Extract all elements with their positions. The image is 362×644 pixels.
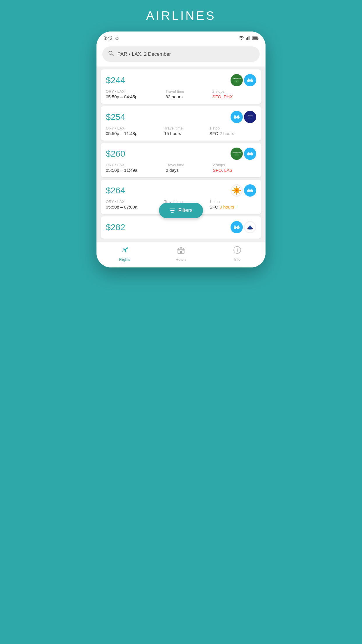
svg-rect-2	[248, 36, 249, 40]
price-1: $244	[106, 75, 125, 85]
travel-value-2: 15 hours	[164, 131, 205, 136]
indigo-logo-5	[231, 221, 243, 233]
wifi-icon	[239, 36, 244, 41]
flights-list: $244 FRONTIER ✈	[96, 66, 266, 242]
svg-rect-0	[246, 38, 247, 40]
route-label-4: ORY • LAX	[106, 200, 159, 204]
route-info-1: ORY • LAX 05:50p – 04:45p	[106, 89, 161, 99]
alaska-logo: Alaska airlines	[244, 111, 256, 123]
time-display: 8:42	[103, 36, 113, 41]
search-icon	[108, 50, 114, 58]
route-time-2: 05:50p – 11:48p	[106, 131, 159, 136]
stops-detail-2: SFO 2 hours	[209, 131, 256, 136]
battery-icon	[252, 36, 259, 41]
svg-rect-39	[180, 249, 182, 249]
nav-info[interactable]: i Info	[226, 246, 249, 262]
stops-label-1: 2 stops	[212, 89, 256, 94]
info-nav-label: Info	[234, 257, 240, 262]
phone-frame: 8:42 ⚙	[96, 32, 266, 267]
flight-card-1[interactable]: $244 FRONTIER ✈	[101, 69, 261, 104]
svg-text:i: i	[237, 248, 238, 253]
route-label-1: ORY • LAX	[106, 89, 161, 94]
travel-value-3: 2 days	[166, 168, 208, 173]
gear-icon: ⚙	[115, 36, 119, 41]
flights-nav-label: Flights	[119, 257, 130, 262]
svg-rect-5	[258, 37, 259, 39]
price-3: $260	[106, 149, 125, 159]
svg-rect-37	[178, 250, 180, 251]
svg-text:FRONTIER: FRONTIER	[233, 151, 241, 153]
indigo-logo-3	[244, 148, 256, 160]
svg-line-8	[112, 54, 114, 56]
info-icon: i	[233, 246, 241, 256]
route-time-3: 05:50p – 11:49a	[106, 168, 161, 173]
svg-text:FRONTIER: FRONTIER	[233, 78, 241, 80]
airline-logos-3: FRONTIER ✈	[231, 148, 256, 160]
travel-label-3: Travel time	[166, 163, 208, 167]
svg-rect-36	[180, 251, 182, 253]
route-label-2: ORY • LAX	[106, 126, 159, 130]
status-left: 8:42 ⚙	[103, 36, 119, 41]
stops-detail-1: SFO, PHX	[212, 94, 256, 99]
hotels-nav-label: Hotels	[176, 257, 187, 262]
travel-info-2: Travel time 15 hours	[159, 126, 205, 136]
route-info-4: ORY • LAX 05:50p – 07:00a	[106, 200, 159, 209]
route-info-2: ORY • LAX 05:50p – 11:48p	[106, 126, 159, 136]
card-top-2: $254 Alaska airlines	[106, 111, 256, 123]
airline-logos-1: FRONTIER ✈	[231, 74, 256, 86]
stops-label-4: 1 stop	[209, 200, 256, 204]
filters-label: Filters	[178, 207, 193, 214]
price-4: $264	[106, 186, 125, 195]
stops-info-4: 1 stop SFO 9 hours	[205, 200, 256, 209]
stops-info-2: 1 stop SFO 2 hours	[205, 126, 256, 136]
price-2: $254	[106, 112, 125, 122]
flights-icon	[121, 246, 129, 256]
status-icons	[239, 36, 259, 41]
indigo-logo-4	[244, 184, 256, 197]
card-top-1: $244 FRONTIER ✈	[106, 74, 256, 86]
svg-rect-3	[249, 36, 250, 40]
card-bottom-1: ORY • LAX 05:50p – 04:45p Travel time 32…	[106, 89, 256, 99]
indigo-logo-2	[231, 111, 243, 123]
travel-label-2: Travel time	[164, 126, 205, 130]
airline-logos-2: Alaska airlines	[231, 111, 256, 123]
status-bar: 8:42 ⚙	[96, 32, 266, 43]
signal-icon	[246, 36, 250, 41]
flight-card-5[interactable]: $282	[101, 216, 261, 239]
stops-detail-4: SFO 9 hours	[209, 204, 256, 209]
card-bottom-3: ORY • LAX 05:50p – 11:49a Travel time 2 …	[106, 163, 256, 173]
search-bar-container: PAR • LAX, 2 December	[96, 43, 266, 66]
route-info-3: ORY • LAX 05:50p – 11:49a	[106, 163, 161, 173]
indigo-logo-1	[244, 74, 256, 86]
travel-value-1: 32 hours	[166, 94, 208, 99]
app-title: AIRLINES	[146, 9, 216, 23]
nav-flights[interactable]: Flights	[113, 246, 136, 262]
bottom-navigation: Flights Hotels i	[96, 242, 266, 267]
svg-rect-1	[247, 37, 248, 40]
route-label-3: ORY • LAX	[106, 163, 161, 167]
travel-info-3: Travel time 2 days	[161, 163, 208, 173]
stops-info-3: 2 stops SFO, LAS	[208, 163, 256, 173]
airfrance-logo	[244, 221, 256, 233]
stops-label-2: 1 stop	[209, 126, 256, 130]
flight-card-2[interactable]: $254 Alaska airlines	[101, 106, 261, 141]
search-value: PAR • LAX, 2 December	[117, 51, 171, 57]
nav-hotels[interactable]: Hotels	[169, 246, 193, 262]
card-bottom-2: ORY • LAX 05:50p – 11:48p Travel time 15…	[106, 126, 256, 136]
sunexpress-logo	[231, 184, 243, 197]
stops-label-3: 2 stops	[213, 163, 256, 167]
svg-text:airlines: airlines	[248, 117, 252, 119]
airline-logos-4	[231, 184, 256, 197]
travel-info-1: Travel time 32 hours	[161, 89, 208, 99]
svg-rect-38	[182, 250, 184, 251]
card-top-4: $264	[106, 184, 256, 197]
card-top-5: $282	[106, 221, 256, 233]
card-top-3: $260 FRONTIER ✈	[106, 148, 256, 160]
route-time-1: 05:50p – 04:45p	[106, 94, 161, 99]
flight-card-3[interactable]: $260 FRONTIER ✈	[101, 143, 261, 177]
hotels-icon	[177, 246, 185, 256]
filters-button[interactable]: Filters	[159, 203, 203, 218]
price-5: $282	[106, 222, 125, 232]
search-input[interactable]: PAR • LAX, 2 December	[102, 46, 260, 62]
stops-detail-3: SFO, LAS	[213, 168, 256, 173]
